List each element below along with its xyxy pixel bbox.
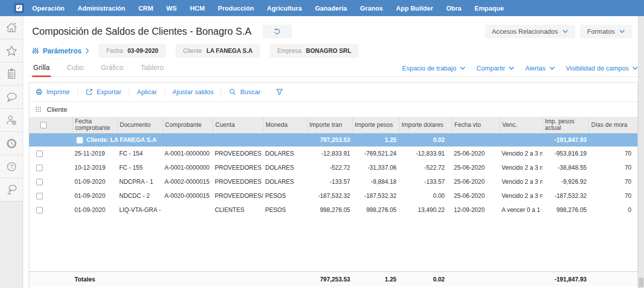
cell-comprobante: A-0001-0000000: [163, 150, 213, 157]
table-row[interactable]: 01-09-2020LIQ-VTA-GRA - 5CLIENTESPESOS99…: [29, 203, 637, 217]
add-contact-icon[interactable]: [0, 109, 23, 132]
chat-icon[interactable]: [0, 86, 23, 109]
nav-item-granos[interactable]: Granos: [360, 5, 383, 12]
search-button[interactable]: Buscar: [221, 88, 268, 96]
help-icon[interactable]: ?: [0, 155, 23, 178]
chevron-down-icon: [562, 30, 568, 33]
tab-grafico[interactable]: Gráfico: [100, 63, 124, 77]
param-cliente[interactable]: Cliente LA FANEGA S.A: [176, 44, 260, 58]
col-header-fecha-vto[interactable]: Fecha vto: [452, 117, 500, 133]
col-header-cuenta[interactable]: Cuenta: [213, 117, 263, 133]
col-header-dias-de-mora[interactable]: Días de mora: [589, 117, 638, 133]
cell-importe-tran: 797,253.53: [307, 136, 352, 143]
formatos-button[interactable]: Formatos: [580, 25, 632, 38]
param-empresa[interactable]: Empresa BONAGRO SRL: [270, 44, 359, 58]
cell-fecha-comprobante: 01-09-2020: [72, 178, 117, 185]
cell-select: [29, 165, 50, 171]
table-row[interactable]: 25-11-2019FC - 154A-0001-0000000PROVEEDO…: [29, 147, 637, 161]
tab-grilla[interactable]: Grilla: [32, 63, 51, 77]
col-header-fecha-comprobante[interactable]: Fecha comprobante: [72, 117, 117, 133]
feedback-icon[interactable]: [0, 178, 23, 201]
group-summary-row[interactable]: Cliente: LA FANEGA S.A797,253.531.250.02…: [29, 133, 637, 147]
cell-moneda: PESOS: [263, 206, 307, 213]
filter-button[interactable]: [268, 88, 291, 96]
cell-moneda: DOLARES: [263, 164, 307, 171]
export-button[interactable]: Exportar: [78, 88, 129, 96]
nav-item-agricultura[interactable]: Agricultura: [267, 5, 302, 12]
table-header: Fecha comprobanteDocumentoComprobanteCue…: [29, 117, 637, 133]
group-row-checkbox[interactable]: [76, 137, 83, 143]
col-header-moneda[interactable]: Moneda: [263, 117, 307, 133]
nav-item-empaque[interactable]: Empaque: [474, 5, 504, 12]
col-header-importe-tran[interactable]: Importe tran: [307, 117, 352, 133]
app-window: ✓ OperaciónAdministraciónCRMWSHCMProducc…: [0, 0, 644, 288]
parameters-row: Parámetros Fecha 03-09-2020 Cliente LA F…: [23, 38, 638, 58]
table-row[interactable]: 01-09-2020NDCDC - 2A-0020-0000015PROVEED…: [29, 189, 637, 203]
col-header-comprobante[interactable]: Comprobante: [163, 117, 213, 133]
nav-item-ws[interactable]: WS: [167, 5, 177, 12]
cell-comprobante: A-0020-0000015: [163, 192, 213, 199]
nav-item-crm[interactable]: CRM: [138, 5, 153, 12]
clock-icon[interactable]: [0, 132, 23, 155]
alertas-link[interactable]: Alertas: [525, 64, 554, 72]
col-header-documento[interactable]: Documento: [117, 117, 163, 133]
row-checkbox[interactable]: [36, 193, 43, 199]
cell-select: [29, 151, 50, 157]
nav-item-hcm[interactable]: HCM: [190, 5, 205, 12]
table-row[interactable]: 01-09-2020NDCPRA - 1A-0002-0000015PROVEE…: [29, 175, 637, 189]
param-fecha[interactable]: Fecha 03-09-2020: [99, 44, 166, 58]
tab-cubo[interactable]: Cubo: [66, 63, 85, 77]
cell-importe-tran: -133.57: [307, 178, 352, 185]
star-icon[interactable]: [0, 39, 23, 62]
nav-item-operación[interactable]: Operación: [32, 5, 64, 12]
row-checkbox[interactable]: [36, 151, 43, 157]
row-checkbox[interactable]: [36, 179, 43, 185]
cell-documento: LIQ-VTA-GRA - 5: [117, 206, 163, 213]
app-logo-icon[interactable]: ✓: [14, 3, 24, 13]
parametros-toggle[interactable]: Parámetros: [32, 47, 89, 55]
refresh-button[interactable]: [263, 25, 292, 38]
main-content: Composición de Saldos de Clientes - Bona…: [23, 16, 638, 288]
select-all-checkbox[interactable]: [40, 122, 47, 128]
funnel-icon: [276, 88, 283, 96]
drag-handle-icon[interactable]: [35, 106, 41, 112]
espacio-de-trabajo-link[interactable]: Espacio de trabajo: [402, 64, 465, 72]
cell-documento: NDCDC - 2: [117, 192, 163, 199]
cell-importe-dolares: 0.02: [399, 136, 452, 143]
sliders-icon: [32, 47, 39, 54]
totals-importe-tran: 797,253.53: [307, 276, 352, 283]
cell-venc: Vencido 2 a 3 me: [500, 150, 542, 157]
table-row[interactable]: 10-12-2019FC - 155A-0001-0000000PROVEEDO…: [29, 161, 637, 175]
col-header-importe-dolares[interactable]: Importe dolares: [399, 117, 452, 133]
cell-fecha-vto: 25-06-2020: [452, 178, 500, 185]
col-header-venc[interactable]: Venc.: [500, 117, 542, 133]
compartir-link[interactable]: Compartir: [476, 64, 514, 72]
nav-item-app-builder[interactable]: App Builder: [396, 5, 433, 12]
tasks-icon[interactable]: [0, 62, 23, 86]
nav-item-producción[interactable]: Producción: [218, 5, 254, 12]
row-checkbox[interactable]: [36, 207, 43, 213]
home-icon[interactable]: [0, 16, 23, 39]
visibilidad-de-campos-link[interactable]: Visibilidad de campos: [566, 64, 638, 72]
col-header-importe-pesos[interactable]: Importe pesos: [352, 117, 399, 133]
col-header-imp-pesos-actual[interactable]: Imp. pesos actual: [542, 117, 589, 133]
vertical-scrollbar[interactable]: [638, 16, 644, 288]
title-row: Composición de Saldos de Clientes - Bona…: [23, 16, 638, 38]
cell-fecha-comprobante: 25-11-2019: [72, 150, 117, 157]
row-checkbox[interactable]: [36, 165, 43, 171]
cell-imp-pesos-actual: -9,926.92: [542, 178, 589, 185]
adjust-balances-button[interactable]: Ajustar saldos: [165, 88, 221, 96]
apply-button[interactable]: Aplicar: [129, 88, 165, 96]
tab-tablero[interactable]: Tablero: [139, 63, 165, 77]
nav-item-administración[interactable]: Administración: [77, 5, 125, 12]
page-title: Composición de Saldos de Clientes - Bona…: [32, 26, 252, 37]
nav-item-obra[interactable]: Obra: [446, 5, 461, 12]
print-button[interactable]: Imprimir: [35, 88, 77, 96]
top-nav: ✓ OperaciónAdministraciónCRMWSHCMProducc…: [0, 0, 644, 16]
scrollbar-thumb[interactable]: [639, 278, 643, 287]
cell-documento: FC - 154: [117, 150, 163, 157]
nav-item-ganadería[interactable]: Ganadería: [315, 5, 347, 12]
cell-moneda: DOLARES: [263, 150, 307, 157]
accesos-relacionados-button[interactable]: Accesos Relacionados: [485, 25, 576, 38]
cell-importe-pesos: 1.25: [352, 136, 399, 143]
